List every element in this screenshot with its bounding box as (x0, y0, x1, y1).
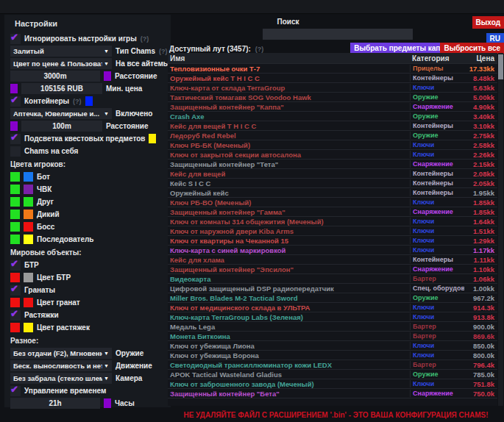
table-row[interactable]: Защищенный контейнер "Тета"Снаряжение2.1… (168, 159, 497, 168)
color-swatch-secondary[interactable] (24, 298, 33, 307)
table-row[interactable]: Ключ от наружной двери Kiba ArmsКлючи1.5… (168, 226, 497, 235)
checkbox-checked[interactable]: ✔ (10, 260, 21, 271)
item-category: Контейнеры (410, 170, 464, 177)
color-swatch-primary[interactable] (10, 298, 20, 307)
table-row[interactable]: Miller Bros. Blades M-2 Tactical SwordОр… (168, 293, 497, 302)
value-input[interactable]: 100m (21, 121, 102, 132)
item-category: Ключи (410, 151, 464, 158)
checkbox-checked[interactable]: ✔ (10, 34, 21, 44)
checkbox-checked[interactable]: ✔ (10, 285, 21, 296)
color-swatch[interactable] (104, 71, 111, 81)
table-row[interactable]: Защищенный контейнер "Гамма"Снаряжение1.… (168, 207, 497, 216)
item-price: 17.33kk (464, 65, 497, 73)
color-swatch-primary[interactable] (10, 210, 20, 219)
color-swatch[interactable] (10, 84, 18, 93)
color-swatch-secondary[interactable] (24, 210, 33, 219)
table-row[interactable] (168, 398, 497, 406)
color-swatch-primary[interactable] (10, 235, 20, 244)
scrollbar-thumb[interactable] (498, 54, 503, 79)
table-row[interactable]: Ключ-карта от склада TerraGroupКлючи5.63… (168, 82, 497, 92)
table-row[interactable]: Ключ-карта TerraGroup Labs (Зеленая)Ключ… (168, 312, 497, 321)
item-price: 1.06kk (464, 275, 497, 283)
dropdown-select[interactable]: Без забрала (стекло шлема)▼ (10, 373, 112, 384)
table-row[interactable]: Кейс для вещейКонтейнеры2.08kk (168, 168, 497, 178)
color-swatch-primary[interactable] (10, 273, 20, 282)
dropdown-select[interactable]: Без отдачи (F2), Мгновенное п▼ (10, 348, 112, 359)
checkbox-checked[interactable]: ✔ (10, 310, 21, 321)
value-input[interactable]: 3000m (10, 71, 100, 82)
table-row[interactable]: Ключ от заброшенного завода (Меченый)Клю… (168, 379, 497, 388)
setting-label: Расстояние (106, 122, 149, 130)
table-row[interactable]: Защищенный контейнер "Эпсилон"Снаряжение… (168, 264, 497, 273)
dropdown-select[interactable]: Аптечка, Ювелирные и...▼ (10, 108, 112, 119)
table-row[interactable]: Ключ от квартиры на Чеканной 15Ключи1.29… (168, 235, 497, 245)
table-row[interactable]: Тактический томагавк SOG Voodoo HawkОруж… (168, 92, 497, 101)
dropdown-select[interactable]: Цвет по цене & Пользователь▼ (10, 58, 112, 69)
table-row[interactable]: Кейс S I C CКонтейнеры2.05kk (168, 178, 497, 187)
table-row[interactable]: Оружейный кейс T H I C CКонтейнеры8.48kk (168, 73, 497, 82)
table-row[interactable]: Ключ от закрытой секции автосалонаКлючи2… (168, 149, 497, 159)
item-category: Контейнеры (410, 122, 464, 129)
table-row[interactable]: Crash AxeОружие3.40kk (168, 111, 497, 121)
table-row[interactable]: APOK Tactical Wasteland GladiusОружие785… (168, 369, 497, 379)
item-category: Снаряжение (410, 390, 464, 397)
value-input[interactable]: 105156 RUB (21, 83, 102, 94)
exit-button[interactable]: Выход (472, 16, 504, 29)
color-swatch-primary[interactable] (10, 197, 20, 207)
checkbox-checked[interactable]: ✔ (10, 386, 21, 396)
color-swatch-primary[interactable] (10, 185, 20, 194)
table-row[interactable]: Кейс для вещей T H I C CКонтейнеры3.10kk (168, 121, 497, 130)
checkbox-checked[interactable]: ✔ (10, 96, 21, 107)
value-input[interactable]: 21h (10, 398, 100, 409)
table-row[interactable]: Ключ от убежища ВоронаКлючи800.0k (168, 350, 497, 360)
table-row[interactable]: Защищенный контейнер "Бета"Снаряжение750… (168, 388, 497, 398)
color-swatch[interactable] (149, 134, 156, 143)
color-swatch[interactable] (104, 398, 111, 408)
color-swatch[interactable] (85, 96, 93, 106)
table-row[interactable]: Монета БиткоинаБартер869.6k (168, 331, 497, 340)
item-category: Контейнеры (410, 256, 464, 263)
table-row[interactable]: Ключ от комнаты 314 общежития (Меченый)К… (168, 216, 497, 226)
dropdown-select[interactable]: Беск. выносливость и нет уста▼ (10, 360, 112, 371)
color-swatch-primary[interactable] (10, 172, 20, 182)
item-price: 1.11kk (464, 256, 497, 264)
drop-all-button[interactable]: Выбросить все (440, 43, 504, 54)
color-swatch-secondary[interactable] (24, 235, 33, 244)
color-swatch-secondary[interactable] (24, 273, 33, 282)
color-swatch-secondary[interactable] (24, 197, 33, 207)
search-input[interactable] (263, 29, 413, 40)
color-swatch-primary[interactable] (10, 323, 20, 332)
table-row[interactable]: Ключ от медицинского склада в УЛЬТРАКлюч… (168, 302, 497, 312)
table-row[interactable]: Тепловизионные очки Т-7Прицелы17.33kk (168, 63, 497, 73)
table-row[interactable]: Ключ РБ-БК (Меченый)Ключи2.58kk (168, 140, 497, 149)
color-swatch-secondary[interactable] (24, 222, 33, 232)
table-row[interactable]: Оружейный кейсКонтейнеры1.95kk (168, 187, 497, 197)
color-swatch-secondary[interactable] (24, 172, 33, 182)
window-top-bar (0, 0, 504, 14)
item-price: 5.00kk (464, 93, 497, 101)
table-row[interactable]: Ключ-карта с синей маркировкойКлючи1.17k… (168, 245, 497, 254)
table-row[interactable]: Защищенный контейнер "Каппа"Снаряжение4.… (168, 101, 497, 111)
scrollbar[interactable] (498, 53, 503, 406)
item-name: Медаль Lega (168, 323, 410, 331)
table-row[interactable]: Цифровой защищенный DSP радиопередатчикС… (168, 283, 497, 293)
table-row[interactable]: Кейс для хламаКонтейнеры1.11kk (168, 254, 497, 264)
loot-table-header: Имя Категория Цена (168, 53, 497, 63)
item-category: Контейнеры (410, 189, 464, 196)
checkbox-unchecked[interactable] (10, 146, 21, 157)
setting-label: Расстояние (115, 72, 157, 80)
table-row[interactable]: Ключ РБ-ВО (Меченый)Ключи1.85kk (168, 197, 497, 207)
color-swatch-secondary[interactable] (24, 185, 33, 194)
table-row[interactable]: Ключ от убежища ЛионаКлючи850.0k (168, 340, 497, 350)
table-row[interactable]: Медаль LegaБартер900.0k (168, 321, 497, 331)
checkbox-checked[interactable]: ✔ (10, 134, 21, 144)
table-row[interactable]: ВидеокартаБартер1.06kk (168, 273, 497, 283)
select-kappa-items-button[interactable]: Выбрать предметы каппа (350, 43, 452, 54)
color-swatch[interactable] (10, 121, 18, 131)
color-swatch-primary[interactable] (10, 222, 20, 232)
table-row[interactable]: Ледоруб Red RebelОружие2.75kk (168, 130, 497, 140)
settings-row-check: ✔Игнорировать настройки игры(?) (10, 33, 168, 44)
color-swatch-secondary[interactable] (24, 323, 33, 332)
table-row[interactable]: Светодиодный трансиллюминатор кожи LEDXБ… (168, 360, 497, 369)
dropdown-select[interactable]: Залитый▼ (10, 46, 112, 57)
